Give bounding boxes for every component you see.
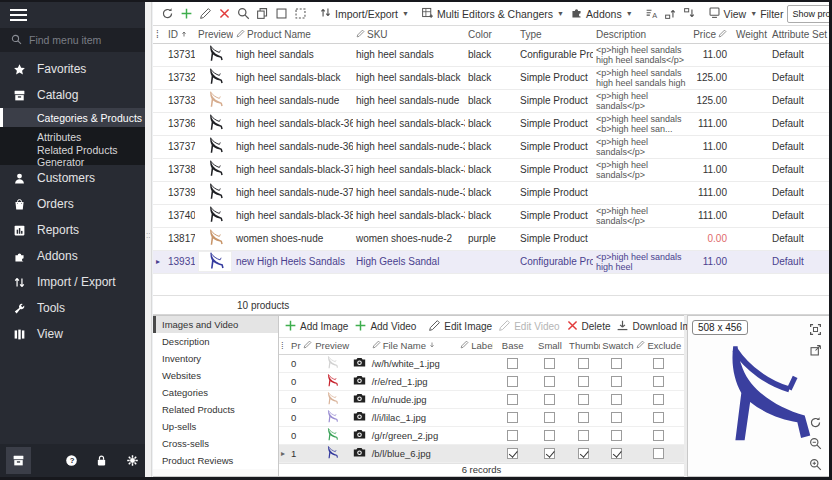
hamburger-menu-button[interactable]: [0, 2, 145, 28]
expand-rows-button[interactable]: [661, 3, 680, 25]
product-row-13732[interactable]: 13732high heel sandals-blackhigh heel sa…: [153, 66, 829, 89]
col-exclude[interactable]: Exclude: [634, 338, 684, 354]
tab-product-reviews[interactable]: Product Reviews: [153, 452, 278, 469]
add-image-button[interactable]: Add Image: [281, 316, 351, 338]
col-label[interactable]: Label: [458, 338, 492, 354]
checkbox[interactable]: [653, 394, 664, 405]
sidebar-item-categories-products[interactable]: Categories & Products: [0, 108, 145, 127]
checkbox[interactable]: [507, 376, 518, 387]
col-preview[interactable]: Preview: [195, 26, 233, 43]
col-color[interactable]: Color: [465, 26, 517, 43]
product-row-13817[interactable]: 13817women shoes-nudewomen shoes-nude-2p…: [153, 227, 829, 250]
checkbox[interactable]: [578, 358, 589, 369]
view-menu[interactable]: View▼: [705, 3, 761, 25]
tab-cross-sells[interactable]: Cross-sells: [153, 435, 278, 452]
settings-button[interactable]: [120, 447, 145, 474]
product-row-13731[interactable]: 13731high heel sandalshigh heel sandalsb…: [153, 43, 829, 66]
checkbox[interactable]: [544, 394, 555, 405]
product-row-13737[interactable]: 13737high heel sandals-nude-36high heel …: [153, 135, 829, 158]
sidebar-item-catalog[interactable]: Catalog: [0, 82, 145, 108]
checkbox[interactable]: [578, 448, 589, 459]
col-sku[interactable]: SKU: [353, 26, 465, 43]
product-row-13740[interactable]: 13740high heel sandals-black-38high heel…: [153, 204, 829, 227]
zoom-out-button[interactable]: [807, 435, 823, 451]
col-weight[interactable]: Weight: [733, 26, 769, 43]
refresh-button[interactable]: [158, 3, 177, 25]
tab-description[interactable]: Description: [153, 333, 278, 350]
tab-related-products[interactable]: Related Products: [153, 401, 278, 418]
image-row-nude.jpg[interactable]: 0/n/u/nude.jpg: [279, 390, 684, 408]
checkbox-select-button[interactable]: [272, 3, 291, 25]
delete-product-button[interactable]: [215, 3, 234, 25]
checkbox[interactable]: [507, 394, 518, 405]
image-row-lilac_1.jpg[interactable]: 0/l/i/lilac_1.jpg: [279, 408, 684, 426]
sidebar-item-related-products-generator[interactable]: Related Products Generator: [0, 146, 145, 165]
add-product-button[interactable]: [177, 3, 196, 25]
import-export-menu[interactable]: Import/Export▼: [316, 3, 412, 25]
filter-select[interactable]: Show products from selected categories▼: [787, 5, 829, 23]
checkbox[interactable]: [611, 412, 622, 423]
collapse-rows-button[interactable]: [680, 3, 699, 25]
checkbox[interactable]: [507, 448, 518, 459]
checkbox[interactable]: [611, 448, 622, 459]
help-button[interactable]: ?: [59, 447, 84, 474]
col-type[interactable]: Type: [517, 26, 593, 43]
product-row-13738[interactable]: 13738high heel sandals-black-37high heel…: [153, 158, 829, 181]
edit-video-button[interactable]: Edit Video: [495, 316, 562, 338]
product-row-13733[interactable]: 13733high heel sandals-nudehigh heel san…: [153, 89, 829, 112]
sidebar-search[interactable]: Find menu item: [0, 28, 145, 52]
col-attribute-set[interactable]: Attribute Set Name: [769, 26, 829, 43]
checkbox[interactable]: [544, 358, 555, 369]
checkbox[interactable]: [507, 412, 518, 423]
col-position[interactable]: Pr: [289, 338, 313, 354]
col-base[interactable]: Base: [493, 338, 533, 354]
sidebar-item-addons[interactable]: Addons: [0, 243, 145, 269]
product-row-13739[interactable]: 13739high heel sandals-nude-37high heel …: [153, 181, 829, 204]
image-row-red_1.jpg[interactable]: 0/r/e/red_1.jpg: [279, 372, 684, 390]
sidebar-item-tools[interactable]: Tools: [0, 295, 145, 321]
duplicate-button[interactable]: [253, 3, 272, 25]
checkbox[interactable]: [578, 430, 589, 441]
zoom-in-button[interactable]: [807, 456, 823, 472]
checkbox[interactable]: [611, 394, 622, 405]
sidebar-item-customers[interactable]: Customers: [0, 165, 145, 191]
tab-categories[interactable]: Categories: [153, 384, 278, 401]
checkbox[interactable]: [507, 430, 518, 441]
sidebar-item-reports[interactable]: Reports: [0, 217, 145, 243]
checkbox[interactable]: [653, 412, 664, 423]
delete-image-button[interactable]: Delete: [563, 316, 614, 338]
open-external-button[interactable]: [807, 342, 823, 358]
tab-images-and-video[interactable]: Images and Video: [153, 316, 278, 333]
catalog-shortcut-button[interactable]: [6, 447, 31, 474]
checkbox[interactable]: [544, 412, 555, 423]
edit-product-button[interactable]: [196, 3, 215, 25]
edit-image-button[interactable]: Edit Image: [425, 316, 495, 338]
product-row-13736[interactable]: 13736high heel sandals-black-36high heel…: [153, 112, 829, 135]
image-row-blue_6.jpg[interactable]: ▸1/b/l/blue_6.jpg: [279, 444, 684, 462]
vertical-splitter[interactable]: ⁚⁚: [145, 2, 152, 477]
tab-inventory[interactable]: Inventory: [153, 350, 278, 367]
checkbox[interactable]: [544, 376, 555, 387]
checkbox[interactable]: [578, 394, 589, 405]
image-row-white_1.jpg[interactable]: 0/w/h/white_1.jpg: [279, 354, 684, 372]
checkbox[interactable]: [653, 430, 664, 441]
checkbox[interactable]: [544, 448, 555, 459]
tab-websites[interactable]: Websites: [153, 367, 278, 384]
col-id[interactable]: ID: [165, 26, 195, 43]
sidebar-item-orders[interactable]: Orders: [0, 191, 145, 217]
tab-up-sells[interactable]: Up-sells: [153, 418, 278, 435]
checkbox[interactable]: [544, 430, 555, 441]
checkbox[interactable]: [653, 358, 664, 369]
rotate-button[interactable]: [807, 414, 823, 430]
addons-menu[interactable]: Addons▼: [567, 3, 636, 25]
col-description[interactable]: Description: [593, 26, 693, 43]
image-row-green_2.jpg[interactable]: 0/g/r/green_2.jpg: [279, 426, 684, 444]
col-small[interactable]: Small: [533, 338, 567, 354]
lock-button[interactable]: [90, 447, 115, 474]
col-swatch[interactable]: Swatch: [600, 338, 633, 354]
checkbox[interactable]: [653, 448, 664, 459]
col-img-preview[interactable]: Preview: [313, 338, 349, 354]
checkbox[interactable]: [611, 358, 622, 369]
search-button[interactable]: [234, 3, 253, 25]
checkbox[interactable]: [611, 430, 622, 441]
